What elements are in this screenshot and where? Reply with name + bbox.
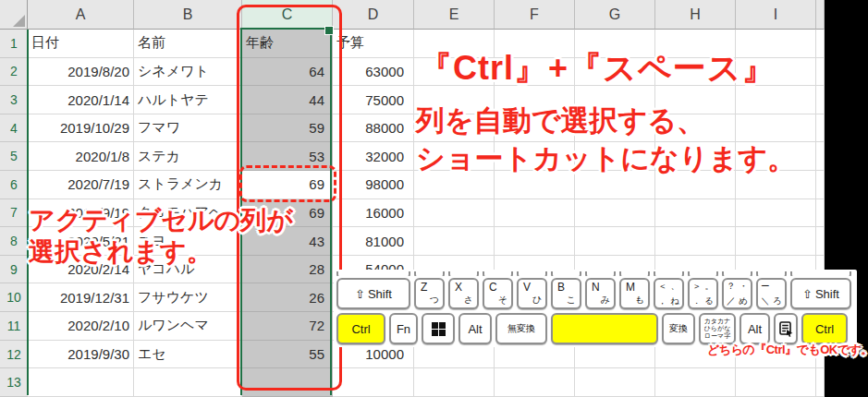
cell-E7[interactable] (414, 199, 495, 228)
cell-A6[interactable]: 2020/7/19 (28, 171, 134, 199)
partial-key-bottom (483, 271, 513, 276)
cell-A5[interactable]: 2020/1/8 (28, 142, 134, 171)
row-header-13[interactable]: 13 (0, 368, 28, 397)
cell-D13[interactable] (333, 368, 414, 397)
key-letter: V (523, 281, 531, 294)
cell-D4[interactable]: 88000 (333, 114, 414, 143)
column-header-F[interactable]: F (495, 0, 575, 30)
cell-B3[interactable]: ハルトヤテ (134, 86, 242, 114)
cell-A2[interactable]: 2019/8/20 (28, 58, 134, 87)
select-all-triangle-icon (13, 15, 25, 27)
cell-I13[interactable] (736, 368, 816, 397)
key-kana: さ (464, 294, 473, 307)
row-header-2[interactable]: 2 (0, 58, 28, 87)
key-b: Bこ (551, 278, 581, 309)
cell-B11[interactable]: ルワンヘマ (134, 312, 242, 341)
column-header-E[interactable]: E (414, 0, 495, 30)
key-letter: M (626, 281, 635, 294)
cell-G13[interactable] (575, 368, 655, 397)
partial-key-bottom (722, 271, 752, 276)
cell-I8[interactable] (736, 227, 816, 256)
excel-shortcut-tutorial-screenshot: { "colors": { "annotation_red": "#F4281C… (0, 0, 868, 397)
cell-B4[interactable]: フマワ (134, 114, 242, 143)
shortcut-description-line1: 列を自動で選択する、 (416, 102, 796, 139)
cell-B2[interactable]: シネメワト (134, 58, 242, 87)
cell-A10[interactable]: 2019/12/31 (28, 283, 134, 312)
cell-D3[interactable]: 75000 (333, 86, 414, 114)
cell-A13[interactable] (28, 368, 134, 397)
cell-H13[interactable] (655, 368, 736, 397)
cell-D5[interactable]: 32000 (333, 142, 414, 171)
keyboard-shift-row: ⇧ShiftZつXさCそVひBこNみMも＜、，ね＞。．る？・／めー＼ろ⇧Shif… (336, 278, 854, 309)
cell-C12[interactable]: 55 (242, 341, 333, 369)
cell-A12[interactable]: 2019/9/30 (28, 341, 134, 369)
column-header-sliver (816, 0, 825, 30)
row-header-3[interactable]: 3 (0, 86, 28, 114)
cell-C3[interactable]: 44 (242, 86, 333, 114)
key-alt: Alt (740, 313, 770, 344)
cell-D6[interactable]: 98000 (333, 171, 414, 199)
cell-F13[interactable] (495, 368, 575, 397)
cell-A1[interactable]: 日付 (28, 30, 134, 58)
cell-F7[interactable] (495, 199, 575, 228)
row-header-7[interactable]: 7 (0, 199, 28, 228)
cell-H8[interactable] (655, 227, 736, 256)
cell-sliver13 (816, 368, 825, 397)
row-header-11[interactable]: 11 (0, 312, 28, 341)
cell-C1[interactable]: 年齢 (242, 30, 333, 58)
column-header-C[interactable]: C (242, 0, 333, 30)
row-header-1[interactable]: 1 (0, 30, 28, 58)
cell-I7[interactable] (736, 199, 816, 228)
cell-C13[interactable] (242, 368, 333, 397)
cell-D1[interactable]: 予算 (333, 30, 414, 58)
row-header-10[interactable]: 10 (0, 283, 28, 312)
partial-key-bottom (448, 271, 479, 276)
cell-B13[interactable] (134, 368, 242, 397)
shortcut-description-text: 列を自動で選択する、 ショートカットになります。 (416, 102, 796, 177)
column-header-B[interactable]: B (134, 0, 242, 30)
column-header-A[interactable]: A (28, 0, 134, 30)
row-header-4[interactable]: 4 (0, 114, 28, 143)
key-v: Vひ (517, 278, 547, 309)
shift-icon: ⇧ (802, 287, 813, 301)
key-label: Shift (815, 287, 839, 301)
column-header-G[interactable]: G (575, 0, 655, 30)
cell-B10[interactable]: フサウケツ (134, 283, 242, 312)
cell-E8[interactable] (414, 227, 495, 256)
partial-key-bottom (790, 271, 851, 276)
cell-C4[interactable]: 59 (242, 114, 333, 143)
column-header-I[interactable]: I (736, 0, 816, 30)
row-header-6[interactable]: 6 (0, 171, 28, 199)
cell-G8[interactable] (575, 227, 655, 256)
key-letter: Z (421, 281, 427, 294)
select-all-corner[interactable] (0, 0, 28, 30)
row-header-5[interactable]: 5 (0, 142, 28, 171)
key-x: Xさ (448, 278, 479, 309)
cell-G7[interactable] (575, 199, 655, 228)
column-header-D[interactable]: D (333, 0, 414, 30)
cell-D2[interactable]: 63000 (333, 58, 414, 87)
keyboard-illustration: ⇧ShiftZつXさCそVひBこNみMも＜、，ね＞。．る？・／めー＼ろ⇧Shif… (334, 270, 857, 347)
cell-D8[interactable]: 81000 (333, 227, 414, 256)
cell-B12[interactable]: エセ (134, 341, 242, 369)
cell-A3[interactable]: 2020/1/14 (28, 86, 134, 114)
cell-B5[interactable]: ステカ (134, 142, 242, 171)
cell-A11[interactable]: 2020/2/10 (28, 312, 134, 341)
key-c: Cそ (483, 278, 513, 309)
cell-H7[interactable] (655, 199, 736, 228)
cell-A4[interactable]: 2019/10/29 (28, 114, 134, 143)
cell-D7[interactable]: 16000 (333, 199, 414, 228)
cell-C2[interactable]: 64 (242, 58, 333, 87)
cell-C6[interactable]: 69 (242, 171, 333, 199)
cell-F8[interactable] (495, 227, 575, 256)
cell-C10[interactable]: 26 (242, 283, 333, 312)
cell-B6[interactable]: ストラメンカ (134, 171, 242, 199)
row-header-12[interactable]: 12 (0, 341, 28, 369)
cell-E13[interactable] (414, 368, 495, 397)
cell-C5[interactable]: 53 (242, 142, 333, 171)
row-header-8[interactable]: 8 (0, 227, 28, 256)
row-header-9[interactable]: 9 (0, 256, 28, 284)
cell-C11[interactable]: 72 (242, 312, 333, 341)
cell-B1[interactable]: 名前 (134, 30, 242, 58)
column-header-H[interactable]: H (655, 0, 736, 30)
